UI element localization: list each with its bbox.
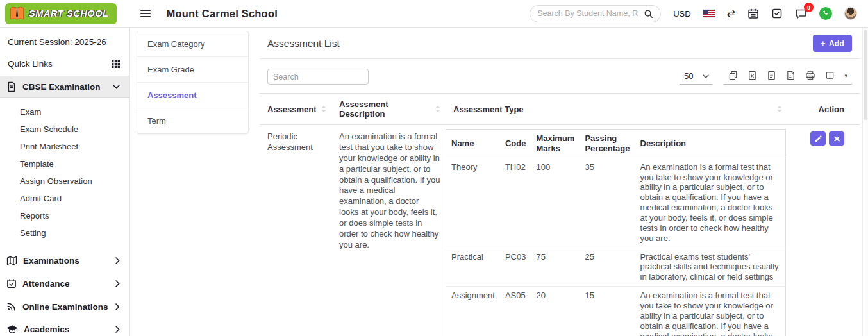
submenu-item-exam-grade[interactable]: Exam Grade (137, 57, 248, 83)
type-row-theory: Theory TH02 100 35 An examination is a f… (446, 158, 786, 248)
quick-links[interactable]: Quick Links (0, 55, 129, 76)
col-header-assessment[interactable]: Assessment (260, 94, 331, 124)
top-bar: SMART SCHOOL Mount Carmel School USD ⇄ (0, 0, 868, 28)
brand-name: SMART SCHOOL (29, 8, 109, 19)
table-search-input[interactable] (267, 69, 369, 85)
sidebar-item-examinations[interactable]: Examinations (0, 249, 129, 272)
add-button[interactable]: + Add (813, 35, 853, 52)
table-row: Periodic Assessment An examination is a … (260, 125, 860, 336)
todo-check-icon[interactable] (771, 8, 783, 19)
chevron-right-icon (115, 280, 120, 287)
currency-selector[interactable]: USD (673, 9, 690, 19)
language-flag-icon[interactable] (703, 10, 715, 17)
column-visibility-icon[interactable] (825, 71, 835, 80)
assessment-description-cell: An examination is a formal test that you… (331, 125, 446, 336)
assessment-table: Assessment Assessment Description Assess… (260, 93, 860, 336)
excel-export-icon[interactable] (747, 71, 757, 80)
assessment-table-header: Assessment Assessment Description Assess… (260, 93, 860, 125)
col-header-action: Action (795, 94, 860, 124)
grid-icon[interactable] (112, 60, 120, 68)
sidebar-item-setting[interactable]: Setting (0, 224, 129, 242)
graduation-cap-icon (6, 324, 18, 334)
main-content: Assessment List + Add 50 (260, 28, 860, 336)
sidebar-item-online-examinations[interactable]: Online Examinations (0, 295, 129, 318)
sidebar-item-admit-card[interactable]: Admit Card (0, 190, 129, 207)
type-col-code: Code (500, 130, 531, 158)
sort-icon (777, 106, 782, 112)
calendar-icon[interactable] (747, 8, 759, 19)
print-icon[interactable] (805, 71, 815, 80)
action-cell (795, 125, 860, 336)
sidebar-item-attendance[interactable]: Attendance (0, 272, 129, 295)
list-title: Assessment List (267, 38, 340, 49)
page-scrollbar[interactable] (862, 28, 868, 336)
sidebar-section-label: Online Examinations (22, 302, 108, 312)
caret-down-icon[interactable]: ▾ (844, 72, 847, 79)
sidebar-item-print-marksheet[interactable]: Print Marksheet (0, 138, 129, 155)
menu-toggle-icon[interactable] (138, 7, 153, 20)
current-session-label: Current Session: 2025-26 (0, 28, 129, 55)
type-col-description: Description (635, 130, 786, 158)
search-icon[interactable] (644, 9, 653, 19)
sidebar-item-cbse-examination[interactable]: CBSE Examination (0, 76, 129, 98)
whatsapp-icon[interactable] (819, 7, 832, 20)
sidebar-item-exam-schedule[interactable]: Exam Schedule (0, 121, 129, 138)
sidebar-item-assign-observation[interactable]: Assign Observation (0, 172, 129, 190)
submenu-item-term[interactable]: Term (137, 108, 248, 133)
sidebar-item-reports[interactable]: Reports (0, 207, 129, 224)
col-header-assessment-type[interactable]: Assessment Type (446, 94, 795, 124)
page-scrollbar-thumb[interactable] (864, 30, 867, 120)
message-count-badge: 0 (804, 3, 814, 12)
sort-icon (321, 106, 326, 112)
chevron-down-icon (113, 85, 120, 89)
copy-icon[interactable] (728, 71, 738, 80)
assessment-type-table: Name Code Maximum Marks Passing Percenta… (446, 129, 786, 336)
edit-button[interactable] (810, 131, 826, 146)
submenu-item-exam-category[interactable]: Exam Category (137, 31, 248, 57)
messages-icon[interactable]: 0 (795, 8, 807, 19)
map-icon (6, 256, 17, 265)
submenu-item-assessment[interactable]: Assessment (137, 83, 248, 108)
plus-icon: + (821, 39, 826, 48)
csv-export-icon[interactable] (767, 71, 776, 80)
sidebar-item-template[interactable]: Template (0, 155, 129, 172)
sidebar-subnav: Exam Exam Schedule Print Marksheet Templ… (0, 98, 129, 244)
assessment-name-cell: Periodic Assessment (260, 125, 331, 336)
type-col-passing: Passing Percentage (580, 130, 635, 158)
pdf-export-icon[interactable] (786, 71, 796, 80)
type-row-assignment: Assignment AS05 20 15 An examination is … (446, 287, 786, 336)
chevron-right-icon (115, 303, 120, 310)
brand-logo[interactable]: SMART SCHOOL (5, 3, 117, 24)
col-header-assessment-description[interactable]: Assessment Description (331, 94, 446, 124)
assessment-type-cell: Name Code Maximum Marks Passing Percenta… (446, 125, 795, 336)
sidebar: Current Session: 2025-26 Quick Links CBS… (0, 28, 130, 336)
topbar-actions: USD ⇄ 0 (530, 5, 868, 22)
global-search-input[interactable] (537, 9, 639, 18)
chevron-right-icon (115, 257, 120, 264)
quick-links-label: Quick Links (8, 59, 53, 69)
global-search[interactable] (530, 5, 661, 22)
user-avatar[interactable] (844, 7, 857, 20)
type-row-practical: Practical PC03 75 25 Practical exams tes… (446, 248, 786, 287)
type-col-name: Name (446, 130, 500, 158)
chevron-right-icon (115, 326, 120, 333)
document-icon (6, 81, 17, 92)
session-switch-icon[interactable]: ⇄ (727, 8, 735, 19)
book-pen-logo-icon (8, 5, 26, 22)
sidebar-section-label: Attendance (22, 279, 70, 289)
sidebar-item-label: CBSE Examination (22, 82, 101, 92)
type-col-max-marks: Maximum Marks (531, 130, 580, 158)
page-title: Mount Carmel School (167, 8, 278, 20)
chevron-down-icon (703, 74, 709, 78)
delete-button[interactable] (829, 131, 844, 146)
rss-icon (6, 301, 17, 312)
sidebar-section-label: Academics (24, 324, 69, 334)
calendar-check-icon (6, 278, 17, 289)
sidebar-sections: Examinations Attendance (0, 244, 129, 336)
sidebar-section-label: Examinations (23, 256, 79, 265)
page-size-select[interactable]: 50 (680, 70, 712, 85)
sort-icon (435, 106, 440, 112)
sidebar-item-academics[interactable]: Academics (0, 318, 129, 336)
sidebar-item-exam[interactable]: Exam (0, 103, 129, 121)
exam-submenu: Exam Category Exam Grade Assessment Term (137, 31, 249, 134)
